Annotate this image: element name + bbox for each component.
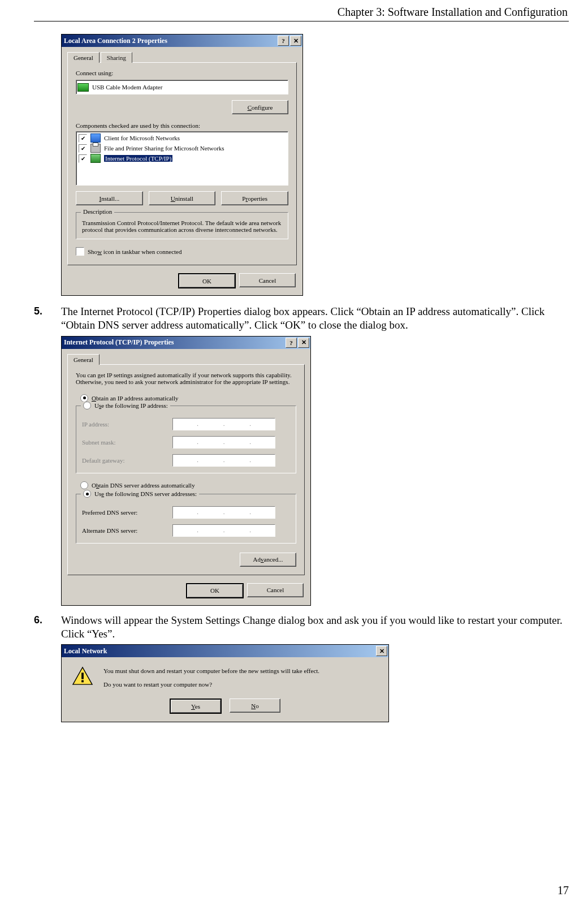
properties-button[interactable]: PropertiesProperties	[221, 191, 288, 205]
restart-dialog: Local Network ✕ You must shut down and r…	[61, 644, 389, 722]
no-button[interactable]: NoNo	[230, 699, 280, 713]
checkbox-icon[interactable]: ✔	[79, 144, 87, 153]
page-number: 17	[557, 884, 569, 897]
preferred-dns-field[interactable]: ...	[172, 506, 275, 519]
tab-general[interactable]: General	[67, 354, 100, 365]
gateway-field[interactable]: ...	[172, 454, 275, 467]
restart-msg-line2: Do you want to restart your computer now…	[103, 680, 319, 690]
component-label-selected: Internet Protocol (TCP/IP)	[104, 155, 172, 162]
help-icon[interactable]: ?	[286, 338, 297, 348]
tab-general[interactable]: General	[67, 52, 100, 63]
close-icon[interactable]: ✕	[298, 338, 309, 348]
radio-auto-ip-label: Obtain an IP address automaticallyObtain…	[92, 395, 179, 402]
advanced-button[interactable]: Advanced...Advanced...	[240, 553, 296, 567]
help-icon[interactable]: ?	[278, 36, 289, 46]
connect-using-label: Connect using:	[76, 70, 288, 76]
step-5-text: The Internet Protocol (TCP/IP) Propertie…	[61, 305, 569, 333]
description-legend: Description	[81, 208, 114, 215]
show-icon-label: Show icon in taskbar when connectedShow …	[88, 248, 182, 255]
uninstall-button[interactable]: UninstallUninstall	[149, 191, 216, 205]
ip-address-label: IP address:	[82, 421, 172, 428]
component-label: File and Printer Sharing for Microsoft N…	[104, 145, 224, 152]
tcpip-icon	[90, 154, 101, 163]
header-rule	[34, 21, 569, 21]
configure-button[interactable]: CConfigureonfigure	[232, 100, 288, 114]
printer-icon	[90, 144, 101, 153]
component-row-fileprint[interactable]: ✔ File and Printer Sharing for Microsoft…	[76, 143, 288, 153]
step-6-text: Windows will appear the System Settings …	[61, 614, 569, 641]
svg-rect-2	[81, 680, 84, 683]
tcpip-intro-text: You can get IP settings assigned automat…	[76, 372, 296, 385]
close-icon[interactable]: ✕	[376, 646, 387, 656]
subnet-mask-label: Subnet mask:	[82, 439, 172, 446]
subnet-mask-field[interactable]: ...	[172, 436, 275, 449]
adapter-icon	[77, 83, 89, 92]
dlg2-titlebar[interactable]: Internet Protocol (TCP/IP) Properties ? …	[62, 337, 310, 349]
step-number: 5.	[34, 305, 61, 317]
description-text: Transmission Control Protocol/Internet P…	[82, 219, 282, 233]
network-client-icon	[90, 133, 101, 143]
adapter-name: USB Cable Modem Adapter	[92, 84, 162, 90]
dlg2-title: Internet Protocol (TCP/IP) Properties	[64, 338, 174, 347]
checkbox-icon[interactable]	[76, 247, 84, 256]
component-row-client[interactable]: ✔ Client for Microsoft Networks	[76, 133, 288, 143]
cancel-button[interactable]: Cancel	[239, 273, 296, 287]
dlg3-title: Local Network	[64, 647, 107, 656]
checkbox-icon[interactable]: ✔	[79, 154, 87, 163]
components-label: Components checked are used by this conn…	[76, 122, 288, 129]
running-head: Chapter 3: Software Installation and Con…	[34, 6, 569, 19]
install-button[interactable]: Install...Install...	[76, 191, 143, 205]
checkbox-icon[interactable]: ✔	[79, 134, 87, 143]
component-label: Client for Microsoft Networks	[104, 135, 180, 141]
dlg3-titlebar[interactable]: Local Network ✕	[62, 645, 388, 657]
preferred-dns-label: Preferred DNS server:	[82, 509, 172, 516]
ip-address-field[interactable]: ...	[172, 418, 275, 430]
radio-icon[interactable]	[80, 481, 88, 489]
gateway-label: Default gateway:	[82, 457, 172, 464]
alternate-dns-field[interactable]: ...	[172, 524, 275, 537]
radio-auto-dns-label: Obtain DNS server address automaticallyO…	[92, 482, 195, 489]
dlg1-titlebar[interactable]: Local Area Connection 2 Properties ? ✕	[62, 35, 302, 47]
component-row-tcpip[interactable]: ✔ Internet Protocol (TCP/IP)	[76, 153, 288, 163]
svg-rect-1	[81, 673, 84, 679]
dlg1-title: Local Area Connection 2 Properties	[64, 37, 167, 45]
cancel-button[interactable]: Cancel	[247, 583, 304, 597]
radio-icon[interactable]	[80, 394, 88, 402]
ok-button[interactable]: OK	[186, 583, 244, 598]
warning-icon	[72, 666, 93, 685]
radio-manual-dns-label: Use the following DNS server addresses:U…	[94, 490, 197, 497]
tcpip-properties-dialog: Internet Protocol (TCP/IP) Properties ? …	[61, 336, 311, 606]
alternate-dns-label: Alternate DNS server:	[82, 527, 172, 534]
radio-icon[interactable]	[83, 402, 91, 409]
radio-icon[interactable]	[83, 490, 91, 498]
radio-manual-ip-label: Use the following IP address:Use the fol…	[94, 402, 168, 409]
lan-properties-dialog: Local Area Connection 2 Properties ? ✕ G…	[61, 34, 303, 296]
tab-sharing[interactable]: Sharing	[101, 52, 132, 63]
yes-button[interactable]: YesYes	[170, 699, 222, 714]
step-number: 6.	[34, 614, 61, 626]
ok-button[interactable]: OK	[178, 273, 236, 288]
close-icon[interactable]: ✕	[290, 36, 301, 46]
restart-msg-line1: You must shut down and restart your comp…	[103, 666, 319, 676]
